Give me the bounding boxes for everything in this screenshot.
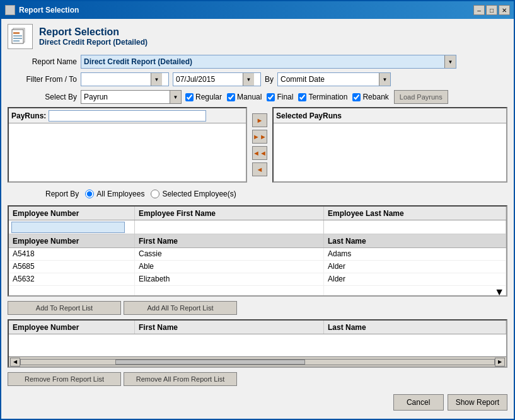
filter-to-field[interactable]: ▼ (173, 72, 261, 86)
rebank-checkbox-item[interactable]: Rebank (352, 93, 388, 101)
remove-from-report-button[interactable]: Remove From Report List (8, 372, 121, 386)
filter-row: Filter From / To ▼ ▼ By Commit Date ▼ (8, 72, 507, 87)
by-label: By (265, 75, 274, 84)
report-list-data (9, 334, 506, 356)
last-name-cell: Adams (324, 248, 506, 260)
regular-checkbox[interactable] (185, 93, 194, 101)
table-row[interactable]: A5685 Able Alder (9, 261, 506, 273)
select-by-row: Select By Payrun ▼ Regular Manual (8, 89, 507, 105)
termination-checkbox-item[interactable]: Termination (298, 93, 347, 101)
manual-label: Manual (237, 93, 262, 101)
filter-to-input[interactable] (173, 73, 243, 86)
report-list-section: Employee Number First Name Last Name ◀ ▶ (8, 319, 507, 368)
report-name-dropdown-arrow[interactable]: ▼ (444, 55, 456, 68)
title-bar-left: Report Selection (5, 5, 79, 15)
all-employees-radio-item[interactable]: All Employees (85, 190, 144, 198)
header-icon (8, 24, 33, 49)
report-name-value: Direct Credit Report (Detailed) (81, 57, 444, 67)
close-button[interactable]: ✕ (499, 5, 510, 15)
minimize-button[interactable]: – (473, 5, 485, 15)
selected-payruns-header: Selected PayRuns (274, 108, 506, 123)
last-name-subheader: Last Name (324, 234, 506, 247)
svg-rect-2 (13, 32, 20, 34)
payruns-left-content (9, 123, 246, 181)
report-name-combo[interactable]: Direct Credit Report (Detailed) ▼ (81, 55, 456, 69)
employee-table-section: Employee Number Employee First Name Empl… (8, 205, 507, 297)
termination-label: Termination (308, 93, 347, 101)
add-to-report-button[interactable]: Add To Report List (8, 301, 121, 315)
svg-rect-4 (13, 38, 22, 39)
payruns-right-content (274, 123, 506, 181)
final-checkbox-item[interactable]: Final (267, 93, 293, 101)
cancel-button[interactable]: Cancel (393, 394, 444, 411)
load-payruns-button[interactable]: Load Payruns (394, 90, 448, 104)
horizontal-scrollbar[interactable]: ◀ ▶ (9, 356, 506, 366)
select-by-label: Select By (8, 93, 77, 101)
emp-num-cell: A5418 (9, 248, 135, 260)
payruns-label: PayRuns: (11, 111, 46, 120)
checkbox-group: Regular Manual Final Termination (185, 90, 448, 104)
move-left-single-button[interactable]: ◄ (252, 162, 267, 176)
show-report-button[interactable]: Show Report (448, 394, 507, 411)
restore-button[interactable]: □ (486, 5, 497, 15)
header-section: Report Selection Direct Credit Report (D… (8, 24, 507, 49)
employee-table-data: A5418 Cassie Adams A5685 Able Alder A563… (9, 248, 506, 295)
form-section: Report Name Direct Credit Report (Detail… (8, 54, 507, 105)
header-text: Report Selection Direct Credit Report (D… (39, 26, 148, 47)
rebank-checkbox[interactable] (352, 93, 361, 101)
scroll-track[interactable] (20, 359, 495, 365)
filter-to-arrow[interactable]: ▼ (243, 73, 254, 86)
selected-employees-radio[interactable] (151, 190, 159, 198)
regular-label: Regular (195, 93, 222, 101)
filter-from-input[interactable] (81, 73, 151, 86)
add-all-to-report-button[interactable]: Add All To Report List (124, 301, 237, 315)
report-name-row: Report Name Direct Credit Report (Detail… (8, 54, 507, 69)
table-row[interactable]: A5632 Elizabeth Alder (9, 273, 506, 286)
first-name-cell: Able (135, 261, 324, 273)
move-right-single-button[interactable]: ► (252, 113, 267, 127)
all-employees-label: All Employees (96, 190, 144, 198)
select-by-value: Payrun (81, 92, 170, 102)
last-name-search-cell (324, 220, 506, 234)
commit-date-arrow[interactable]: ▼ (379, 73, 390, 86)
emp-num-search-cell (9, 220, 135, 234)
emp-num-cell: A5685 (9, 261, 135, 273)
selected-employees-radio-item[interactable]: Selected Employee(s) (151, 190, 236, 198)
payruns-left-header: PayRuns: (9, 108, 246, 123)
last-name-cell: Alder (324, 261, 506, 273)
rebank-label: Rebank (362, 93, 388, 101)
report-first-name-header: First Name (135, 321, 324, 334)
select-by-arrow[interactable]: ▼ (170, 91, 181, 103)
first-name-header: Employee First Name (135, 207, 324, 220)
manual-checkbox[interactable] (227, 93, 235, 101)
final-checkbox[interactable] (267, 93, 275, 101)
emp-num-search-input[interactable] (11, 222, 125, 233)
table-row[interactable]: A5418 Cassie Adams (9, 248, 506, 261)
remove-all-from-report-button[interactable]: Remove All From Report List (124, 372, 237, 386)
footer-buttons: Cancel Show Report (8, 390, 507, 412)
payruns-search-input[interactable] (49, 110, 206, 122)
payruns-right-panel: Selected PayRuns (272, 107, 507, 183)
filter-from-arrow[interactable]: ▼ (151, 73, 162, 86)
table-row: ▼ (9, 286, 506, 295)
select-by-combo[interactable]: Payrun ▼ (81, 90, 182, 104)
scroll-left-arrow[interactable]: ◀ (10, 358, 20, 366)
report-by-label: Report By (45, 190, 79, 198)
termination-checkbox[interactable] (298, 93, 306, 101)
commit-date-combo[interactable]: Commit Date ▼ (277, 72, 391, 86)
scroll-thumb[interactable] (115, 360, 304, 365)
last-name-cell: ▼ (324, 286, 506, 295)
manual-checkbox-item[interactable]: Manual (227, 93, 262, 101)
payruns-left-panel: PayRuns: (8, 107, 247, 183)
all-employees-radio[interactable] (85, 190, 94, 198)
filter-from-field[interactable]: ▼ (81, 72, 169, 86)
scroll-down-arrow[interactable]: ▼ (494, 287, 504, 296)
content-area: Report Selection Direct Credit Report (D… (1, 19, 514, 419)
arrow-buttons: ► ►► ◄◄ ◄ (251, 107, 269, 183)
move-left-all-button[interactable]: ◄◄ (252, 146, 267, 160)
move-right-all-button[interactable]: ►► (252, 130, 267, 144)
regular-checkbox-item[interactable]: Regular (185, 93, 222, 101)
report-list-header: Employee Number First Name Last Name (9, 321, 506, 334)
first-name-cell: Cassie (135, 248, 324, 260)
scroll-right-arrow[interactable]: ▶ (495, 358, 505, 366)
